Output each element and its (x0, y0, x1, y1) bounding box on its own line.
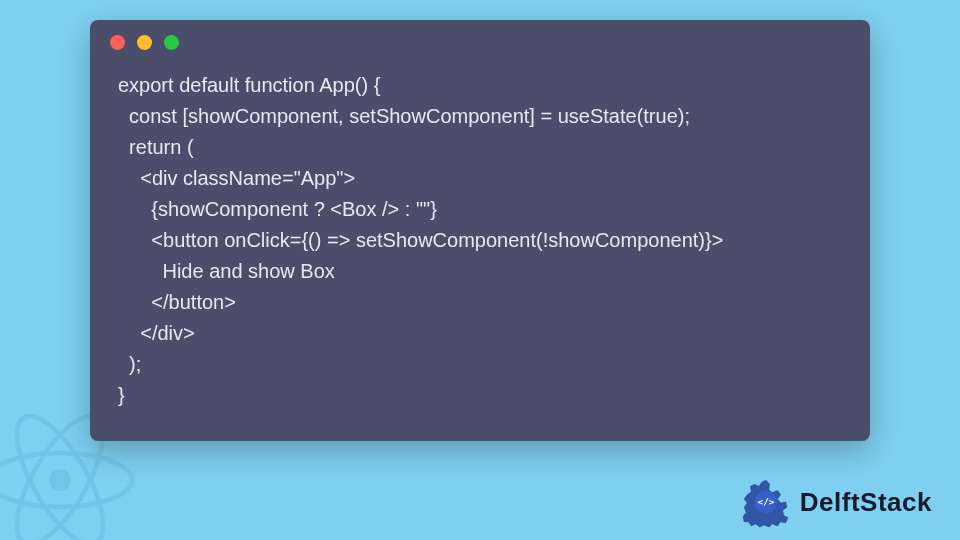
brand-name: DelftStack (800, 487, 932, 518)
minimize-icon (137, 35, 152, 50)
svg-point-3 (49, 469, 71, 491)
close-icon (110, 35, 125, 50)
brand-logo-icon: </> (740, 476, 792, 528)
svg-text:</>: </> (757, 496, 774, 507)
code-block: export default function App() { const [s… (90, 60, 870, 421)
maximize-icon (164, 35, 179, 50)
code-window: export default function App() { const [s… (90, 20, 870, 441)
brand: </> DelftStack (740, 476, 932, 528)
window-titlebar (90, 20, 870, 60)
